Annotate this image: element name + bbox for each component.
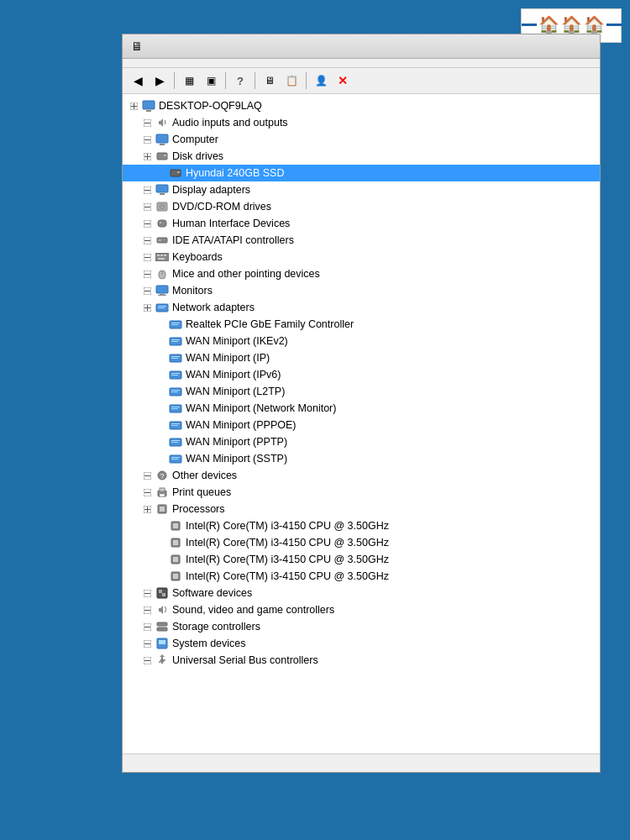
- expand-btn-disk[interactable]: [141, 150, 153, 162]
- expand-btn-keyboard[interactable]: [141, 251, 153, 263]
- svg-rect-75: [171, 408, 178, 409]
- item-icon-wan7: [168, 435, 183, 449]
- tree-item-proc[interactable]: Processors: [123, 501, 600, 517]
- svg-rect-78: [171, 425, 178, 426]
- item-label-cpu4: Intel(R) Core(TM) i3-4150 CPU @ 3.50GHz: [186, 569, 389, 584]
- tree-item-audio[interactable]: Audio inputs and outputs: [123, 114, 600, 131]
- toolbar-view2[interactable]: ▣: [201, 71, 221, 90]
- expand-btn-root[interactable]: [128, 100, 139, 112]
- tree-item-wan8[interactable]: WAN Miniport (SSTP): [123, 450, 600, 467]
- tree-item-wan4[interactable]: WAN Miniport (L2TP): [123, 383, 600, 400]
- expand-btn-computer[interactable]: [141, 134, 153, 145]
- svg-rect-59: [171, 323, 180, 323]
- tree-item-wan3[interactable]: WAN Miniport (IPv6): [123, 366, 600, 383]
- svg-rect-111: [162, 593, 165, 596]
- svg-marker-125: [160, 654, 165, 657]
- tree-item-monitors[interactable]: Monitors: [123, 282, 600, 299]
- tree-item-wan6[interactable]: WAN Miniport (PPPOE): [123, 417, 600, 433]
- title-bar-icon: 🖥: [131, 39, 143, 53]
- tree-item-ide[interactable]: IDE ATA/ATAPI controllers: [123, 232, 600, 249]
- item-label-ide: IDE ATA/ATAPI controllers: [172, 233, 294, 248]
- expand-btn-other[interactable]: [141, 470, 153, 481]
- tree-item-cpu2[interactable]: Intel(R) Core(TM) i3-4150 CPU @ 3.50GHz: [123, 534, 600, 551]
- menu-bar: [123, 59, 600, 68]
- tree-item-print[interactable]: Print queues: [123, 484, 600, 501]
- toolbar-sep-4: [306, 72, 307, 89]
- svg-rect-68: [171, 373, 180, 374]
- expand-btn-wan6: [155, 419, 166, 431]
- tree-item-cpu4[interactable]: Intel(R) Core(TM) i3-4150 CPU @ 3.50GHz: [123, 568, 600, 585]
- expand-btn-storage[interactable]: [141, 621, 153, 633]
- tree-item-wan2[interactable]: WAN Miniport (IP): [123, 349, 600, 366]
- tree-item-realtek[interactable]: Realtek PCIe GbE Family Controller: [123, 316, 600, 333]
- menu-help[interactable]: [167, 60, 181, 66]
- tree-item-software[interactable]: Software devices: [123, 585, 600, 601]
- tree-item-sysdev[interactable]: System devices: [123, 635, 600, 652]
- item-label-computer: Computer: [172, 132, 218, 147]
- tree-item-hyundai[interactable]: Hyundai 240GB SSD: [123, 165, 600, 181]
- tree-item-hid[interactable]: Human Interface Devices: [123, 215, 600, 232]
- expand-btn-monitors[interactable]: [141, 285, 153, 297]
- expand-btn-software[interactable]: [141, 587, 153, 599]
- toolbar-user[interactable]: 👤: [311, 71, 331, 90]
- tree-item-cpu3[interactable]: Intel(R) Core(TM) i3-4150 CPU @ 3.50GHz: [123, 551, 600, 568]
- svg-rect-66: [171, 358, 178, 359]
- item-icon-cpu4: [168, 570, 183, 583]
- tree-item-dvd[interactable]: DVD/CD-ROM drives: [123, 198, 600, 215]
- expand-btn-dvd[interactable]: [141, 201, 153, 213]
- toolbar-back[interactable]: ◀: [128, 71, 148, 90]
- tree-item-display[interactable]: Display adapters: [123, 181, 600, 198]
- menu-view[interactable]: [154, 60, 167, 66]
- svg-rect-126: [160, 659, 164, 662]
- tree-item-keyboard[interactable]: Keyboards: [123, 249, 600, 265]
- svg-rect-40: [160, 255, 163, 256]
- tree-item-storage[interactable]: Storage controllers: [123, 618, 600, 635]
- toolbar-help[interactable]: ?: [230, 71, 250, 90]
- item-label-cpu3: Intel(R) Core(TM) i3-4150 CPU @ 3.50GHz: [186, 552, 389, 567]
- device-tree[interactable]: DESKTOP-OQF9LAQAudio inputs and outputsC…: [123, 94, 600, 753]
- expand-btn-print[interactable]: [141, 486, 153, 498]
- toolbar-view4[interactable]: 📋: [281, 71, 302, 90]
- tree-item-wan5[interactable]: WAN Miniport (Network Monitor): [123, 400, 600, 417]
- expand-btn-ide[interactable]: [141, 234, 153, 246]
- expand-btn-proc[interactable]: [141, 503, 153, 515]
- toolbar-view3[interactable]: 🖥: [260, 71, 280, 90]
- menu-action[interactable]: [140, 60, 154, 66]
- item-label-keyboard: Keyboards: [172, 249, 223, 265]
- expand-btn-sound[interactable]: [141, 604, 153, 616]
- tree-item-usb[interactable]: Universal Serial Bus controllers: [123, 652, 600, 669]
- svg-rect-11: [160, 144, 165, 145]
- toolbar-forward[interactable]: ▶: [150, 71, 170, 90]
- item-label-wan8: WAN Miniport (SSTP): [186, 451, 287, 466]
- svg-rect-93: [160, 494, 165, 496]
- expand-btn-cpu4: [155, 570, 166, 582]
- expand-btn-network[interactable]: [141, 302, 153, 313]
- tree-item-other[interactable]: ?Other devices: [123, 467, 600, 484]
- toolbar-view1[interactable]: ▦: [179, 71, 199, 90]
- expand-btn-usb[interactable]: [141, 654, 153, 666]
- tree-item-sound[interactable]: Sound, video and game controllers: [123, 601, 600, 618]
- svg-rect-100: [173, 523, 178, 528]
- house-icon-2: 🏠: [561, 14, 582, 34]
- svg-rect-39: [157, 255, 160, 256]
- item-icon-print: [155, 486, 170, 499]
- tree-item-cpu1[interactable]: Intel(R) Core(TM) i3-4150 CPU @ 3.50GHz: [123, 517, 600, 534]
- tree-item-mice[interactable]: Mice and other pointing devices: [123, 265, 600, 282]
- tree-item-network[interactable]: Network adapters: [123, 299, 600, 316]
- expand-btn-sysdev[interactable]: [141, 638, 153, 649]
- item-icon-hid: [155, 217, 170, 230]
- item-icon-display: [155, 183, 170, 197]
- tree-item-root[interactable]: DESKTOP-OQF9LAQ: [123, 97, 600, 114]
- tree-item-wan7[interactable]: WAN Miniport (PPTP): [123, 433, 600, 450]
- menu-file[interactable]: [127, 60, 140, 66]
- tree-item-computer[interactable]: Computer: [123, 131, 600, 148]
- expand-btn-hid[interactable]: [141, 218, 153, 229]
- tree-item-wan1[interactable]: WAN Miniport (IKEv2): [123, 333, 600, 349]
- item-label-usb: Universal Serial Bus controllers: [172, 653, 318, 668]
- tree-item-disk[interactable]: Disk drives: [123, 148, 600, 165]
- expand-btn-display[interactable]: [141, 184, 153, 196]
- expand-btn-mice[interactable]: [141, 268, 153, 280]
- item-label-cpu2: Intel(R) Core(TM) i3-4150 CPU @ 3.50GHz: [186, 535, 389, 550]
- expand-btn-audio[interactable]: [141, 117, 153, 129]
- toolbar-remove[interactable]: ✕: [333, 71, 353, 90]
